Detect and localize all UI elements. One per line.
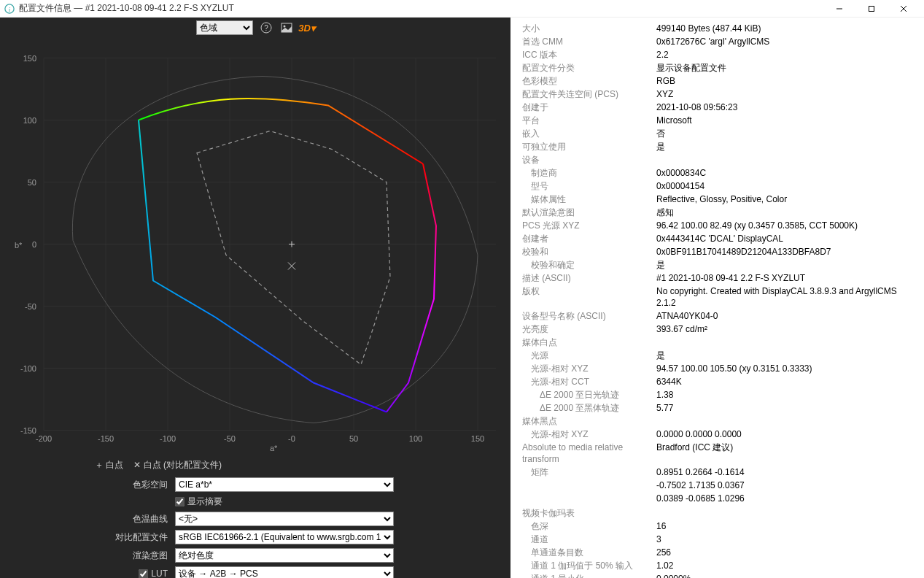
info-row: 嵌入否	[510, 127, 917, 140]
3d-button[interactable]: 3D▾	[300, 20, 314, 35]
colorspace-label: 色彩空间	[15, 479, 175, 491]
info-row: 光源是	[510, 349, 917, 362]
info-key: 可独立使用	[510, 141, 656, 153]
view-select[interactable]: 色域	[196, 20, 253, 35]
info-key: 视频卡伽玛表	[510, 507, 656, 519]
info-value: 0x00004154	[656, 180, 917, 192]
info-row: ΔE 2000 至黑体轨迹5.77	[510, 401, 917, 415]
info-value: 是	[656, 350, 917, 361]
info-key: 配置文件分类	[510, 62, 656, 74]
lut-select[interactable]: 设备 → A2B → PCS	[175, 566, 394, 578]
info-key: 色深	[510, 520, 656, 532]
info-value: XYZ	[656, 88, 917, 100]
info-value: Reflective, Glossy, Positive, Color	[656, 193, 917, 205]
info-key: 光源-相对 XYZ	[510, 428, 656, 440]
info-key: Absolute to media relative transform	[510, 442, 656, 465]
info-value: 2021-10-08 09:56:23	[656, 101, 917, 113]
show-summary-label: 显示摘要	[187, 496, 222, 508]
info-row: 型号0x00004154	[510, 180, 917, 193]
image-icon[interactable]	[279, 20, 294, 35]
info-value: 5.77	[656, 402, 917, 414]
info-key: 默认渲染意图	[510, 207, 656, 218]
svg-text:-100: -100	[20, 364, 36, 373]
info-key: 媒体属性	[510, 193, 656, 205]
info-row: 创建者0x4443414C 'DCAL' DisplayCAL	[510, 232, 917, 245]
info-row: 0.0389 -0.0685 1.0296	[510, 492, 917, 505]
lut-checkbox[interactable]	[139, 569, 148, 578]
info-key: ΔE 2000 至日光轨迹	[510, 389, 656, 401]
info-value: No copyright. Created with DisplayCAL 3.…	[656, 285, 917, 309]
gamut-chart[interactable]: -200-150-100-50-050100150 -150-100-50050…	[0, 35, 510, 453]
titlebar: i 配置文件信息 — #1 2021-10-08 09-41 2.2 F-S X…	[0, 0, 924, 18]
info-value	[656, 336, 917, 348]
svg-point-9	[284, 26, 286, 28]
tempcurve-label: 色温曲线	[15, 513, 175, 525]
info-row: 平台Microsoft	[510, 114, 917, 127]
info-key: 光源-相对 XYZ	[510, 363, 656, 374]
info-row: 配置文件关连空间 (PCS)XYZ	[510, 88, 917, 101]
info-key: 通道 1 伽玛值于 50% 输入	[510, 560, 656, 571]
minimize-button[interactable]	[823, 0, 855, 18]
lut-label: LUT	[151, 569, 168, 578]
info-row: 设备	[510, 153, 917, 166]
info-value: 感知	[656, 207, 917, 218]
info-value: 0.0000%	[656, 573, 917, 578]
info-value	[656, 507, 917, 519]
info-key: 创建者	[510, 233, 656, 244]
compare-select[interactable]: sRGB IEC61966-2.1 (Equivalent to www.srg…	[175, 530, 394, 544]
info-value: Microsoft	[656, 115, 917, 126]
info-value: -0.7502 1.7135 0.0367	[656, 479, 917, 491]
svg-text:50: 50	[349, 434, 358, 443]
info-value: 393.67 cd/m²	[656, 323, 917, 335]
help-icon[interactable]: ?	[259, 20, 273, 35]
info-row: 设备型号名称 (ASCII)ATNA40YK04-0	[510, 309, 917, 323]
info-row: 光源-相对 XYZ0.0000 0.0000 0.0000	[510, 428, 917, 441]
info-panel[interactable]: 大小499140 Bytes (487.44 KiB)首选 CMM0x61726…	[510, 18, 924, 578]
info-value: 是	[656, 259, 917, 271]
whitepoint-x-label: ✕ 白点 (对比配置文件)	[133, 459, 222, 471]
info-row: 制造商0x0000834C	[510, 166, 917, 180]
svg-text:-200: -200	[36, 434, 52, 443]
info-row: 校验和确定是	[510, 258, 917, 271]
window-title: 配置文件信息 — #1 2021-10-08 09-41 2.2 F-S XYZ…	[19, 2, 234, 15]
info-key: 通道 1 最小化	[510, 573, 656, 578]
info-key: 光源-相对 CCT	[510, 376, 656, 388]
info-key: 型号	[510, 180, 656, 192]
info-value: 是	[656, 141, 917, 153]
info-row: 色彩模型RGB	[510, 74, 917, 88]
svg-text:-50: -50	[25, 302, 36, 311]
info-key	[510, 493, 656, 504]
maximize-button[interactable]	[855, 0, 888, 18]
info-row: 视频卡伽玛表	[510, 506, 917, 520]
close-button[interactable]	[888, 0, 920, 18]
info-key: 平台	[510, 115, 656, 126]
info-value: 6344K	[656, 376, 917, 388]
info-key: 嵌入	[510, 128, 656, 139]
info-key	[510, 479, 656, 491]
info-value: 3	[656, 533, 917, 545]
info-key: 光源	[510, 350, 656, 361]
svg-text:100: 100	[409, 434, 422, 443]
info-key: 光亮度	[510, 323, 656, 335]
info-value: 1.38	[656, 389, 917, 401]
info-row: 首选 CMM0x6172676C 'argl' ArgyllCMS	[510, 35, 917, 48]
svg-text:-0: -0	[288, 434, 295, 443]
info-key: 配置文件关连空间 (PCS)	[510, 88, 656, 100]
intent-select[interactable]: 绝对色度	[175, 548, 394, 563]
info-value: 94.57 100.00 105.50 (xy 0.3151 0.3333)	[656, 363, 917, 374]
info-value: 96.42 100.00 82.49 (xy 0.3457 0.3585, CC…	[656, 220, 917, 231]
info-row: 配置文件分类显示设备配置文件	[510, 61, 917, 74]
svg-text:-150: -150	[20, 426, 36, 435]
info-row: 创建于2021-10-08 09:56:23	[510, 101, 917, 114]
info-row: ICC 版本2.2	[510, 48, 917, 61]
tempcurve-select[interactable]: <无>	[175, 512, 394, 526]
info-value: 0x6172676C 'argl' ArgyllCMS	[656, 36, 917, 47]
info-value: RGB	[656, 75, 917, 87]
colorspace-select[interactable]: CIE a*b*	[175, 477, 394, 492]
info-value: 1.02	[656, 560, 917, 571]
info-value: 否	[656, 128, 917, 139]
show-summary-checkbox[interactable]	[175, 497, 185, 506]
info-row: 校验和0x0BF911B17041489D21204A133DBFA8D7	[510, 245, 917, 258]
info-key: PCS 光源 XYZ	[510, 220, 656, 231]
info-row: PCS 光源 XYZ96.42 100.00 82.49 (xy 0.3457 …	[510, 219, 917, 232]
